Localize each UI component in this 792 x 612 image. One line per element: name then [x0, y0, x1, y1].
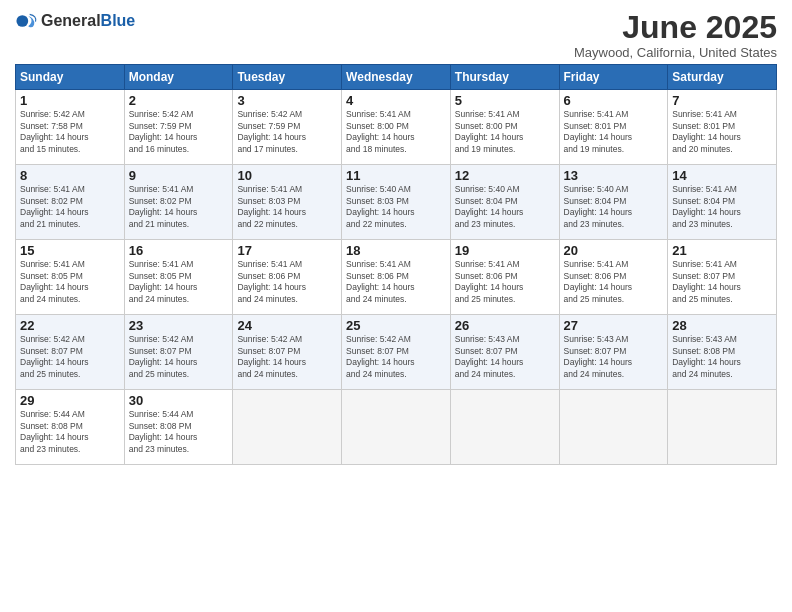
table-row: 30Sunrise: 5:44 AMSunset: 8:08 PMDayligh… — [124, 390, 233, 465]
day-info: Sunrise: 5:43 AMSunset: 8:07 PMDaylight:… — [455, 334, 555, 380]
calendar-week-row: 1Sunrise: 5:42 AMSunset: 7:58 PMDaylight… — [16, 90, 777, 165]
table-row: 21Sunrise: 5:41 AMSunset: 8:07 PMDayligh… — [668, 240, 777, 315]
day-number: 3 — [237, 93, 337, 108]
table-row: 2Sunrise: 5:42 AMSunset: 7:59 PMDaylight… — [124, 90, 233, 165]
table-row: 22Sunrise: 5:42 AMSunset: 8:07 PMDayligh… — [16, 315, 125, 390]
day-number: 21 — [672, 243, 772, 258]
day-info: Sunrise: 5:43 AMSunset: 8:08 PMDaylight:… — [672, 334, 772, 380]
table-row — [450, 390, 559, 465]
day-number: 9 — [129, 168, 229, 183]
day-info: Sunrise: 5:41 AMSunset: 8:00 PMDaylight:… — [455, 109, 555, 155]
day-info: Sunrise: 5:41 AMSunset: 8:02 PMDaylight:… — [129, 184, 229, 230]
table-row: 12Sunrise: 5:40 AMSunset: 8:04 PMDayligh… — [450, 165, 559, 240]
location: Maywood, California, United States — [574, 45, 777, 60]
table-row: 23Sunrise: 5:42 AMSunset: 8:07 PMDayligh… — [124, 315, 233, 390]
day-info: Sunrise: 5:41 AMSunset: 8:07 PMDaylight:… — [672, 259, 772, 305]
day-number: 16 — [129, 243, 229, 258]
header-monday: Monday — [124, 65, 233, 90]
day-info: Sunrise: 5:42 AMSunset: 8:07 PMDaylight:… — [129, 334, 229, 380]
day-number: 26 — [455, 318, 555, 333]
table-row: 6Sunrise: 5:41 AMSunset: 8:01 PMDaylight… — [559, 90, 668, 165]
day-number: 8 — [20, 168, 120, 183]
table-row: 19Sunrise: 5:41 AMSunset: 8:06 PMDayligh… — [450, 240, 559, 315]
logo-icon — [15, 10, 37, 32]
header-sunday: Sunday — [16, 65, 125, 90]
day-info: Sunrise: 5:40 AMSunset: 8:04 PMDaylight:… — [564, 184, 664, 230]
logo-text: GeneralBlue — [41, 12, 135, 30]
header: GeneralBlue June 2025 Maywood, Californi… — [15, 10, 777, 60]
table-row: 15Sunrise: 5:41 AMSunset: 8:05 PMDayligh… — [16, 240, 125, 315]
table-row: 24Sunrise: 5:42 AMSunset: 8:07 PMDayligh… — [233, 315, 342, 390]
table-row: 27Sunrise: 5:43 AMSunset: 8:07 PMDayligh… — [559, 315, 668, 390]
day-number: 27 — [564, 318, 664, 333]
day-info: Sunrise: 5:41 AMSunset: 8:02 PMDaylight:… — [20, 184, 120, 230]
calendar-week-row: 29Sunrise: 5:44 AMSunset: 8:08 PMDayligh… — [16, 390, 777, 465]
table-row: 26Sunrise: 5:43 AMSunset: 8:07 PMDayligh… — [450, 315, 559, 390]
header-thursday: Thursday — [450, 65, 559, 90]
table-row — [668, 390, 777, 465]
day-info: Sunrise: 5:42 AMSunset: 8:07 PMDaylight:… — [20, 334, 120, 380]
header-tuesday: Tuesday — [233, 65, 342, 90]
table-row: 14Sunrise: 5:41 AMSunset: 8:04 PMDayligh… — [668, 165, 777, 240]
day-info: Sunrise: 5:44 AMSunset: 8:08 PMDaylight:… — [20, 409, 120, 455]
table-row: 1Sunrise: 5:42 AMSunset: 7:58 PMDaylight… — [16, 90, 125, 165]
day-number: 12 — [455, 168, 555, 183]
day-number: 17 — [237, 243, 337, 258]
table-row: 3Sunrise: 5:42 AMSunset: 7:59 PMDaylight… — [233, 90, 342, 165]
calendar-week-row: 15Sunrise: 5:41 AMSunset: 8:05 PMDayligh… — [16, 240, 777, 315]
table-row: 8Sunrise: 5:41 AMSunset: 8:02 PMDaylight… — [16, 165, 125, 240]
header-wednesday: Wednesday — [342, 65, 451, 90]
svg-point-0 — [16, 15, 28, 27]
table-row: 5Sunrise: 5:41 AMSunset: 8:00 PMDaylight… — [450, 90, 559, 165]
table-row: 7Sunrise: 5:41 AMSunset: 8:01 PMDaylight… — [668, 90, 777, 165]
day-info: Sunrise: 5:41 AMSunset: 8:06 PMDaylight:… — [237, 259, 337, 305]
calendar-week-row: 8Sunrise: 5:41 AMSunset: 8:02 PMDaylight… — [16, 165, 777, 240]
table-row — [559, 390, 668, 465]
day-info: Sunrise: 5:41 AMSunset: 8:04 PMDaylight:… — [672, 184, 772, 230]
day-number: 25 — [346, 318, 446, 333]
month-title: June 2025 — [574, 10, 777, 45]
day-number: 18 — [346, 243, 446, 258]
day-number: 13 — [564, 168, 664, 183]
day-info: Sunrise: 5:41 AMSunset: 8:06 PMDaylight:… — [564, 259, 664, 305]
day-number: 20 — [564, 243, 664, 258]
day-number: 7 — [672, 93, 772, 108]
day-info: Sunrise: 5:41 AMSunset: 8:05 PMDaylight:… — [129, 259, 229, 305]
day-number: 11 — [346, 168, 446, 183]
day-number: 1 — [20, 93, 120, 108]
day-number: 2 — [129, 93, 229, 108]
calendar-header-row: Sunday Monday Tuesday Wednesday Thursday… — [16, 65, 777, 90]
page-container: GeneralBlue June 2025 Maywood, Californi… — [0, 0, 792, 475]
calendar-table: Sunday Monday Tuesday Wednesday Thursday… — [15, 64, 777, 465]
day-info: Sunrise: 5:40 AMSunset: 8:04 PMDaylight:… — [455, 184, 555, 230]
day-info: Sunrise: 5:41 AMSunset: 8:06 PMDaylight:… — [346, 259, 446, 305]
day-info: Sunrise: 5:42 AMSunset: 8:07 PMDaylight:… — [346, 334, 446, 380]
calendar-week-row: 22Sunrise: 5:42 AMSunset: 8:07 PMDayligh… — [16, 315, 777, 390]
day-number: 10 — [237, 168, 337, 183]
table-row: 9Sunrise: 5:41 AMSunset: 8:02 PMDaylight… — [124, 165, 233, 240]
day-info: Sunrise: 5:44 AMSunset: 8:08 PMDaylight:… — [129, 409, 229, 455]
table-row — [233, 390, 342, 465]
logo-general: General — [41, 12, 101, 29]
day-number: 15 — [20, 243, 120, 258]
day-info: Sunrise: 5:43 AMSunset: 8:07 PMDaylight:… — [564, 334, 664, 380]
day-info: Sunrise: 5:41 AMSunset: 8:00 PMDaylight:… — [346, 109, 446, 155]
table-row: 17Sunrise: 5:41 AMSunset: 8:06 PMDayligh… — [233, 240, 342, 315]
day-number: 28 — [672, 318, 772, 333]
day-number: 22 — [20, 318, 120, 333]
day-info: Sunrise: 5:41 AMSunset: 8:01 PMDaylight:… — [672, 109, 772, 155]
table-row: 25Sunrise: 5:42 AMSunset: 8:07 PMDayligh… — [342, 315, 451, 390]
table-row — [342, 390, 451, 465]
logo-blue: Blue — [101, 12, 136, 29]
day-number: 29 — [20, 393, 120, 408]
day-number: 30 — [129, 393, 229, 408]
day-number: 5 — [455, 93, 555, 108]
day-number: 4 — [346, 93, 446, 108]
header-friday: Friday — [559, 65, 668, 90]
title-area: June 2025 Maywood, California, United St… — [574, 10, 777, 60]
day-info: Sunrise: 5:42 AMSunset: 7:59 PMDaylight:… — [129, 109, 229, 155]
day-info: Sunrise: 5:41 AMSunset: 8:01 PMDaylight:… — [564, 109, 664, 155]
day-info: Sunrise: 5:41 AMSunset: 8:05 PMDaylight:… — [20, 259, 120, 305]
table-row: 28Sunrise: 5:43 AMSunset: 8:08 PMDayligh… — [668, 315, 777, 390]
table-row: 11Sunrise: 5:40 AMSunset: 8:03 PMDayligh… — [342, 165, 451, 240]
